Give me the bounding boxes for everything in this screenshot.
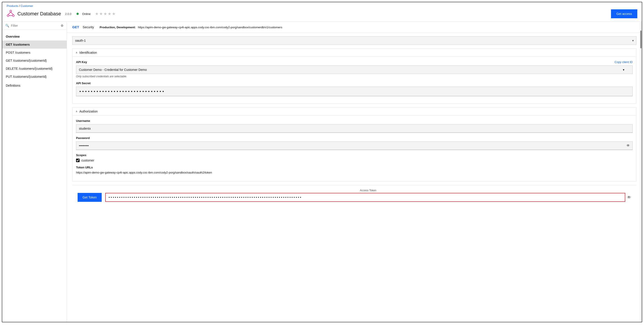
scrollbar-thumb[interactable]: [640, 30, 642, 48]
app-title: Customer Database: [18, 11, 61, 17]
sidebar-item-delete-customers-id[interactable]: DELETE /customers/{customerId}: [2, 65, 67, 73]
filter-input[interactable]: [11, 24, 59, 27]
scope-customer-checkbox[interactable]: [76, 159, 80, 162]
content-area: GET Security Production, Development: ht…: [67, 21, 642, 322]
copy-client-id-link[interactable]: Copy client ID: [614, 60, 633, 64]
star-rating[interactable]: ★★★★★: [95, 11, 116, 16]
oauth-select-wrapper: oauth-1 oauth-2 basic ▾: [72, 36, 636, 45]
app-container: Products / Customer Customer Database 2.…: [2, 2, 642, 322]
api-secret-label: API Secret: [76, 81, 633, 85]
main-layout: 🔍 ⚙ Overview GET /customers POST /custom…: [2, 21, 642, 322]
identification-chevron-icon: ∧: [76, 51, 78, 54]
svg-point-0: [10, 10, 12, 12]
breadcrumb: Products / Customer: [2, 2, 642, 7]
authorization-panel-body: Username Password 👁: [72, 115, 636, 181]
endpoint-env-label: Production, Development:: [100, 26, 136, 29]
token-url-value: https://apim-demo-gw-gateway-cp4i-apic.a…: [76, 171, 633, 174]
access-token-label: Access Token: [105, 189, 631, 192]
get-token-button[interactable]: Get Token: [78, 193, 102, 202]
svg-line-3: [8, 12, 11, 15]
api-secret-field-row: API Secret: [76, 81, 633, 96]
sidebar-item-put-customers-id[interactable]: PUT /customers/{customerId}: [2, 73, 67, 81]
sidebar-nav: Overview GET /customers POST /customers …: [2, 30, 67, 91]
password-label: Password: [76, 136, 633, 140]
api-secret-input[interactable]: [76, 87, 633, 96]
api-key-dropdown-arrow: ▾: [623, 68, 624, 71]
svg-point-1: [7, 15, 9, 16]
breadcrumb-products[interactable]: Products: [7, 4, 18, 7]
username-field-row: Username: [76, 119, 633, 133]
status-text: Online: [82, 12, 91, 15]
oauth-select-row: oauth-1 oauth-2 basic ▾: [72, 36, 636, 45]
bottom-action-bar: Get Token Access Token 👁: [72, 185, 636, 205]
authorization-panel: ∧ Authorization Username Password: [72, 107, 636, 182]
token-urls-label: Token URLs: [76, 166, 633, 169]
username-label: Username: [76, 119, 633, 122]
oauth-select[interactable]: oauth-1 oauth-2 basic: [72, 36, 636, 45]
sidebar: 🔍 ⚙ Overview GET /customers POST /custom…: [2, 21, 67, 322]
sidebar-item-get-customers[interactable]: GET /customers: [2, 40, 67, 48]
method-label: GET: [72, 25, 79, 29]
svg-point-2: [12, 15, 14, 16]
api-key-select[interactable]: Customer Demo - Credential for Customer …: [76, 65, 633, 74]
endpoint-bar: GET Security Production, Development: ht…: [67, 21, 642, 33]
main-header: Customer Database 2.0.0 Online ★★★★★ Get…: [2, 7, 642, 21]
sidebar-filter-bar: 🔍 ⚙: [2, 21, 67, 30]
filter-adjust-icon[interactable]: ⚙: [61, 24, 64, 27]
api-key-dropdown: Customer Demo - Credential for Customer …: [76, 65, 633, 74]
status-dot: [76, 13, 79, 15]
access-token-eye-icon[interactable]: 👁: [627, 195, 631, 200]
app-icon: [7, 10, 15, 18]
api-key-label: API Key Copy client ID: [76, 60, 633, 64]
password-wrapper: 👁: [76, 141, 633, 150]
access-token-input[interactable]: [105, 193, 625, 202]
api-key-field-row: API Key Copy client ID Customer Demo - C…: [76, 60, 633, 78]
endpoint-info: Production, Development: https://apim-de…: [100, 25, 636, 29]
svg-line-4: [11, 12, 14, 15]
password-field-row: Password 👁: [76, 136, 633, 150]
search-icon: 🔍: [5, 24, 9, 27]
password-eye-icon[interactable]: 👁: [626, 144, 630, 148]
identification-panel-title: Identification: [80, 51, 97, 54]
version-badge: 2.0.0: [65, 12, 72, 15]
get-access-button[interactable]: Get access: [611, 9, 637, 18]
security-content: oauth-1 oauth-2 basic ▾ ∧ Identification: [67, 36, 642, 205]
scope-customer-label: customer: [82, 159, 94, 162]
security-label: Security: [83, 25, 96, 29]
identification-panel: ∧ Identification API Key Copy client ID: [72, 48, 636, 104]
endpoint-url: https://apim-demo-gw-gateway-cp4i-apic.a…: [138, 26, 282, 29]
password-input[interactable]: [76, 141, 633, 150]
scrollbar-track: [640, 21, 642, 322]
authorization-panel-header[interactable]: ∧ Authorization: [72, 107, 636, 115]
scopes-field-row: Scopes customer: [76, 153, 633, 162]
token-urls-field-row: Token URLs https://apim-demo-gw-gateway-…: [76, 166, 633, 174]
authorization-panel-title: Authorization: [80, 110, 98, 113]
username-input[interactable]: [76, 124, 633, 133]
access-token-wrapper: Access Token 👁: [105, 189, 631, 202]
api-key-hint: Only subscribed credentials are selectab…: [76, 75, 633, 78]
scopes-label: Scopes: [76, 153, 633, 157]
sidebar-item-get-customers-id[interactable]: GET /customers/{customerId}: [2, 56, 67, 65]
scopes-checkbox-row: customer: [76, 159, 633, 162]
sidebar-item-definitions[interactable]: Definitions: [2, 81, 67, 89]
identification-panel-header[interactable]: ∧ Identification: [72, 48, 636, 56]
sidebar-item-overview[interactable]: Overview: [2, 32, 67, 40]
sidebar-item-post-customers[interactable]: POST /customers: [2, 48, 67, 56]
authorization-chevron-icon: ∧: [76, 110, 78, 113]
access-token-field-row: 👁: [105, 193, 631, 202]
breadcrumb-customer[interactable]: Customer: [20, 4, 33, 7]
identification-panel-body: API Key Copy client ID Customer Demo - C…: [72, 56, 636, 103]
